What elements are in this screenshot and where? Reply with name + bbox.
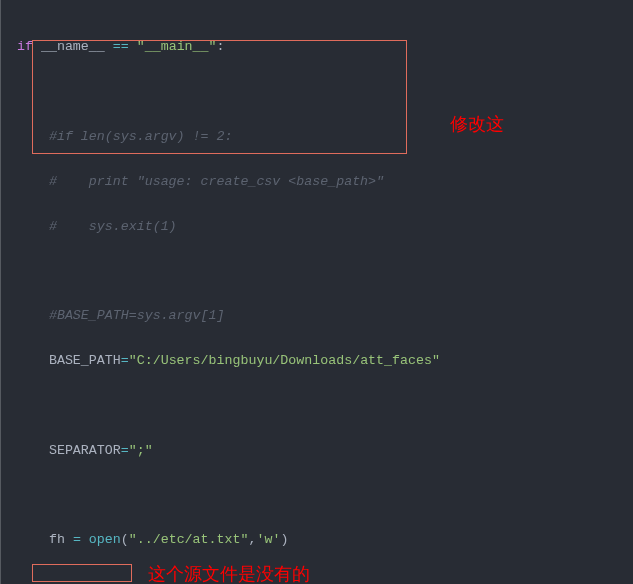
code-line [3, 260, 633, 282]
code-line [3, 485, 633, 507]
code-line: # print "usage: create_csv <base_path>" [3, 171, 633, 193]
annotation-text-1: 修改这 [450, 112, 504, 136]
code-line: #BASE_PATH=sys.argv[1] [3, 305, 633, 327]
code-line [3, 574, 633, 584]
code-line: #if len(sys.argv) != 2: [3, 126, 633, 148]
code-line [3, 395, 633, 417]
code-line [3, 81, 633, 103]
code-line: fh = open("../etc/at.txt",'w') [3, 529, 633, 551]
code-block: if __name__ == "__main__": #if len(sys.a… [0, 0, 633, 584]
code-line: BASE_PATH="C:/Users/bingbuyu/Downloads/a… [3, 350, 633, 372]
code-line: SEPARATOR=";" [3, 440, 633, 462]
code-line: # sys.exit(1) [3, 216, 633, 238]
annotation-text-2: 这个源文件是没有的 [148, 562, 310, 584]
code-line: if __name__ == "__main__": [3, 36, 633, 58]
